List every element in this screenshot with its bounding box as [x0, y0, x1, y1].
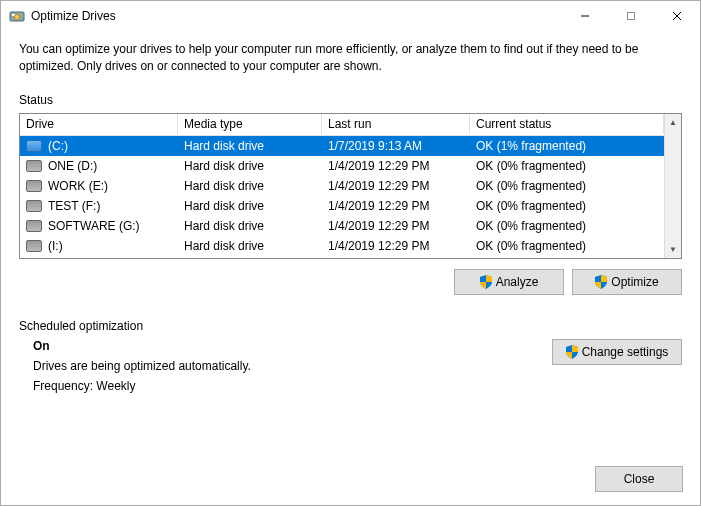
scheduled-state: On [33, 339, 251, 353]
description-text: You can optimize your drives to help you… [19, 41, 682, 75]
table-header[interactable]: Drive Media type Last run Current status [20, 114, 664, 136]
drive-name: TEST (F:) [48, 199, 100, 213]
drive-name: WORK (E:) [48, 179, 108, 193]
action-button-row: Analyze Optimize [19, 269, 682, 295]
content-area: You can optimize your drives to help you… [1, 31, 700, 411]
analyze-label: Analyze [496, 275, 539, 289]
drive-media: Hard disk drive [178, 137, 322, 155]
close-dialog-button[interactable]: Close [595, 466, 683, 492]
drive-media: Hard disk drive [178, 197, 322, 215]
drive-name: ONE (D:) [48, 159, 97, 173]
table-row[interactable]: ONE (D:)Hard disk drive1/4/2019 12:29 PM… [20, 156, 664, 176]
table-row[interactable]: TEST (F:)Hard disk drive1/4/2019 12:29 P… [20, 196, 664, 216]
scrollbar[interactable]: ▲ ▼ [664, 114, 681, 258]
table-row[interactable]: (J:)Hard disk drive1/4/2019 12:38 PMOK (… [20, 256, 664, 258]
drive-lastrun: 1/4/2019 12:29 PM [322, 197, 470, 215]
drive-icon [26, 200, 42, 212]
titlebar[interactable]: Optimize Drives [1, 1, 700, 31]
drive-status: OK (0% fragmented) [470, 217, 664, 235]
scheduled-frequency: Frequency: Weekly [33, 379, 251, 393]
drive-name: (C:) [48, 139, 68, 153]
scheduled-detail: Drives are being optimized automatically… [33, 359, 251, 373]
col-header-drive[interactable]: Drive [20, 114, 178, 134]
change-settings-label: Change settings [582, 345, 669, 359]
drive-lastrun: 1/4/2019 12:29 PM [322, 177, 470, 195]
drive-media: Hard disk drive [178, 157, 322, 175]
drive-icon [26, 240, 42, 252]
scroll-down-button[interactable]: ▼ [665, 241, 681, 258]
drive-name: SOFTWARE (G:) [48, 219, 140, 233]
drive-lastrun: 1/4/2019 12:29 PM [322, 157, 470, 175]
footer: Close [595, 466, 683, 492]
table-row[interactable]: WORK (E:)Hard disk drive1/4/2019 12:29 P… [20, 176, 664, 196]
app-icon [9, 8, 25, 24]
scheduled-section: On Drives are being optimized automatica… [19, 339, 682, 399]
optimize-button[interactable]: Optimize [572, 269, 682, 295]
drive-status: OK (0% fragmented) [470, 237, 664, 255]
drive-media: Hard disk drive [178, 237, 322, 255]
svg-rect-4 [628, 13, 635, 20]
close-button[interactable] [654, 1, 700, 31]
drive-lastrun: 1/4/2019 12:38 PM [322, 257, 470, 258]
scroll-up-button[interactable]: ▲ [665, 114, 681, 131]
drive-media: Hard disk drive [178, 217, 322, 235]
status-label: Status [19, 93, 682, 107]
drive-table: Drive Media type Last run Current status… [19, 113, 682, 259]
maximize-button[interactable] [608, 1, 654, 31]
scroll-track[interactable] [665, 131, 681, 241]
drive-media: Hard disk drive [178, 177, 322, 195]
shield-icon [566, 345, 578, 359]
table-row[interactable]: (C:)Hard disk drive1/7/2019 9:13 AMOK (1… [20, 136, 664, 156]
drive-icon [26, 220, 42, 232]
optimize-label: Optimize [611, 275, 658, 289]
drive-status: OK (0% fragmented) [470, 157, 664, 175]
drive-lastrun: 1/7/2019 9:13 AM [322, 137, 470, 155]
change-settings-button[interactable]: Change settings [552, 339, 682, 365]
drive-status: OK (0% fragmented) [470, 197, 664, 215]
drive-icon [26, 180, 42, 192]
col-header-last[interactable]: Last run [322, 114, 470, 134]
close-label: Close [624, 472, 655, 486]
drive-lastrun: 1/4/2019 12:29 PM [322, 237, 470, 255]
drive-status: OK (1% fragmented) [470, 137, 664, 155]
scheduled-label: Scheduled optimization [19, 319, 682, 333]
drive-media: Hard disk drive [178, 257, 322, 258]
minimize-button[interactable] [562, 1, 608, 31]
svg-point-2 [15, 15, 20, 20]
drive-name: (I:) [48, 239, 63, 253]
drive-icon [26, 160, 42, 172]
col-header-media[interactable]: Media type [178, 114, 322, 134]
drive-icon [26, 140, 42, 152]
analyze-button[interactable]: Analyze [454, 269, 564, 295]
drive-lastrun: 1/4/2019 12:29 PM [322, 217, 470, 235]
drive-status: OK (0% fragmented) [470, 257, 664, 258]
table-row[interactable]: (I:)Hard disk drive1/4/2019 12:29 PMOK (… [20, 236, 664, 256]
col-header-status[interactable]: Current status [470, 114, 664, 134]
window-controls [562, 1, 700, 31]
drive-status: OK (0% fragmented) [470, 177, 664, 195]
window-title: Optimize Drives [31, 9, 562, 23]
shield-icon [595, 275, 607, 289]
table-row[interactable]: SOFTWARE (G:)Hard disk drive1/4/2019 12:… [20, 216, 664, 236]
shield-icon [480, 275, 492, 289]
